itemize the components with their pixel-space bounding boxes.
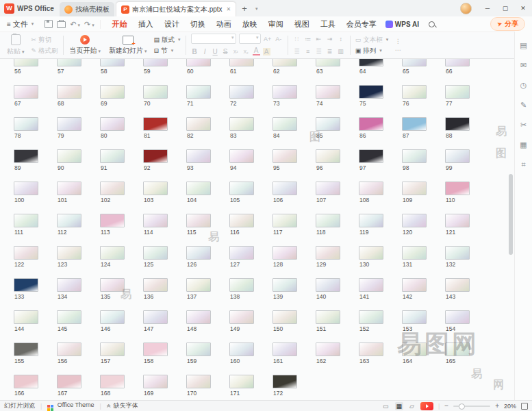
share-button[interactable]: ➤ 分享 xyxy=(490,17,525,31)
arrange-button[interactable]: ▣ 排列 xyxy=(355,47,389,55)
zoom-slider-knob[interactable] xyxy=(459,403,465,410)
superscript-icon[interactable]: X² xyxy=(232,49,240,54)
slide-thumbnail[interactable]: 170 xyxy=(186,375,211,400)
menu-tab[interactable]: 会员专享 xyxy=(342,18,381,31)
slide-thumbnail[interactable]: 59 xyxy=(143,59,168,85)
slide-thumbnail[interactable]: 113 xyxy=(100,214,125,246)
decrease-font-icon[interactable] xyxy=(275,36,283,42)
slide-thumbnail[interactable]: 78 xyxy=(14,117,38,149)
apps-icon[interactable]: ▦ xyxy=(520,140,527,149)
slide-thumbnail[interactable]: 117 xyxy=(273,214,297,246)
document-tab[interactable]: P南京浦口虹悦城方案文本.pptx✕ xyxy=(116,1,236,16)
slide-thumbnail[interactable]: 136 xyxy=(143,278,168,310)
slide-thumbnail[interactable]: 71 xyxy=(186,85,211,117)
slide-thumbnail[interactable]: 162 xyxy=(316,342,340,375)
edit-tools-icon[interactable]: ✎ xyxy=(520,101,527,110)
increase-indent-icon[interactable]: ⇥ xyxy=(326,36,334,42)
zoom-out-icon[interactable] xyxy=(444,402,448,410)
slide-thumbnail[interactable]: 100 xyxy=(14,182,38,214)
slide-thumbnail[interactable]: 120 xyxy=(402,214,427,246)
comment-icon[interactable]: ✉ xyxy=(520,61,527,70)
slide-thumbnail[interactable]: 75 xyxy=(359,85,383,117)
format-painter-button[interactable]: ✎ 格式刷 xyxy=(31,47,58,55)
italic-icon[interactable]: I xyxy=(201,48,209,55)
text-box-button[interactable]: ▭ 文本框 xyxy=(355,36,389,45)
slide-thumbnail[interactable]: 143 xyxy=(445,278,470,310)
slide-thumbnail[interactable]: 141 xyxy=(359,278,383,310)
redo-icon[interactable] xyxy=(84,20,94,29)
menu-tab[interactable]: 设计 xyxy=(160,18,184,31)
slide-thumbnail[interactable]: 76 xyxy=(402,85,427,117)
slide-thumbnail[interactable]: 66 xyxy=(445,59,470,85)
slide-thumbnail[interactable]: 172 xyxy=(273,375,297,400)
slide-thumbnail[interactable]: 96 xyxy=(316,149,340,182)
slide-thumbnail[interactable]: 139 xyxy=(273,278,297,310)
slide-thumbnail[interactable]: 126 xyxy=(186,246,211,278)
line-spacing-icon[interactable]: ↕ xyxy=(337,36,345,42)
paste-button[interactable]: 粘贴 xyxy=(3,34,29,57)
subscript-icon[interactable]: X₂ xyxy=(242,49,250,54)
normal-view-icon[interactable]: ▭ xyxy=(381,402,390,410)
search-button[interactable] xyxy=(426,21,437,27)
qr-code-icon[interactable]: ⌗ xyxy=(521,160,525,169)
slide-thumbnail[interactable]: 67 xyxy=(14,85,38,117)
slide-thumbnail[interactable]: 69 xyxy=(100,85,125,117)
menu-tab[interactable]: 插入 xyxy=(134,18,158,31)
slide-thumbnail[interactable]: 123 xyxy=(57,246,81,278)
font-color-icon[interactable]: A xyxy=(253,47,260,55)
cut-button[interactable]: ✂ 剪切 xyxy=(31,36,58,45)
clip-tools-icon[interactable]: ✂ xyxy=(520,121,527,129)
slide-thumbnail[interactable]: 58 xyxy=(100,59,125,85)
new-tab-button[interactable]: + xyxy=(238,3,251,14)
slide-thumbnail[interactable]: 118 xyxy=(316,214,340,246)
slide-thumbnail[interactable]: 89 xyxy=(14,149,38,182)
slide-thumbnail[interactable]: 114 xyxy=(143,214,168,246)
slide-thumbnail[interactable]: 60 xyxy=(186,59,211,85)
slide-thumbnail[interactable]: 153 xyxy=(402,310,427,342)
menu-tab[interactable]: 动画 xyxy=(212,18,236,31)
justify-icon[interactable]: ≣ xyxy=(326,48,334,55)
layout-button[interactable]: ▤ 版式 xyxy=(154,36,181,45)
theme-button[interactable]: Office Theme xyxy=(47,401,94,411)
slide-thumbnail[interactable]: 129 xyxy=(316,246,340,278)
slide-thumbnail[interactable]: 88 xyxy=(445,117,470,149)
slide-thumbnail[interactable]: 130 xyxy=(359,246,383,278)
slide-thumbnail[interactable]: 164 xyxy=(402,342,427,375)
slide-thumbnail[interactable]: 131 xyxy=(402,246,427,278)
slide-thumbnail[interactable]: 145 xyxy=(57,310,81,342)
slide-thumbnail[interactable]: 158 xyxy=(143,342,168,375)
slide-thumbnail[interactable]: 90 xyxy=(57,149,81,182)
print-icon[interactable] xyxy=(57,21,66,28)
slide-thumbnail[interactable]: 61 xyxy=(229,59,254,85)
tab-close-icon[interactable]: ✕ xyxy=(227,6,231,12)
maximize-button[interactable]: ▢ xyxy=(496,0,514,16)
slide-thumbnail[interactable]: 105 xyxy=(229,182,254,214)
missing-font-button[interactable]: A 缺失字体 xyxy=(107,401,138,410)
history-icon[interactable]: ◷ xyxy=(520,81,527,90)
bold-icon[interactable]: B xyxy=(191,48,199,55)
slide-thumbnail[interactable]: 163 xyxy=(359,342,383,375)
scrollbar-thumb[interactable] xyxy=(509,174,513,255)
properties-panel-icon[interactable]: ▤ xyxy=(520,41,527,50)
minimize-button[interactable]: ─ xyxy=(479,0,496,16)
slide-thumbnail[interactable]: 65 xyxy=(402,59,427,85)
strikethrough-icon[interactable]: S xyxy=(222,48,229,55)
font-family-select[interactable] xyxy=(191,34,236,44)
slide-thumbnail[interactable]: 57 xyxy=(57,59,81,85)
slide-thumbnail[interactable]: 133 xyxy=(14,278,38,310)
slide-thumbnail[interactable]: 148 xyxy=(186,310,211,342)
slide-thumbnail[interactable]: 149 xyxy=(229,310,254,342)
slide-thumbnail[interactable]: 80 xyxy=(100,117,125,149)
section-button[interactable]: ⊟ 节 xyxy=(154,47,181,55)
slide-thumbnail[interactable]: 108 xyxy=(359,182,383,214)
slide-thumbnail[interactable]: 154 xyxy=(445,310,470,342)
slide-thumbnail[interactable]: 111 xyxy=(14,214,38,246)
slide-thumbnail[interactable]: 167 xyxy=(57,375,81,400)
slide-thumbnail[interactable]: 132 xyxy=(445,246,470,278)
slide-thumbnail[interactable]: 107 xyxy=(316,182,340,214)
slide-thumbnail[interactable]: 83 xyxy=(229,117,254,149)
align-left-icon[interactable]: ☰ xyxy=(293,48,301,55)
slide-thumbnail[interactable]: 74 xyxy=(316,85,340,117)
slide-thumbnail[interactable]: 144 xyxy=(14,310,38,342)
align-right-icon[interactable]: ☰ xyxy=(315,48,323,55)
